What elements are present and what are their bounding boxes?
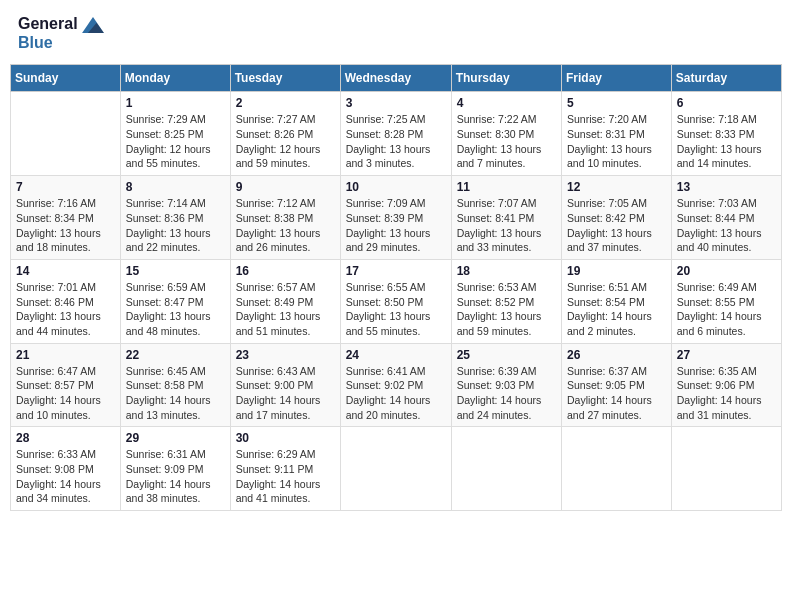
calendar-cell: 22Sunrise: 6:45 AM Sunset: 8:58 PM Dayli… (120, 343, 230, 427)
day-info: Sunrise: 6:57 AM Sunset: 8:49 PM Dayligh… (236, 280, 335, 339)
day-info: Sunrise: 7:07 AM Sunset: 8:41 PM Dayligh… (457, 196, 556, 255)
day-number: 24 (346, 348, 446, 362)
day-info: Sunrise: 7:18 AM Sunset: 8:33 PM Dayligh… (677, 112, 776, 171)
day-info: Sunrise: 7:03 AM Sunset: 8:44 PM Dayligh… (677, 196, 776, 255)
day-number: 1 (126, 96, 225, 110)
day-number: 16 (236, 264, 335, 278)
day-info: Sunrise: 7:20 AM Sunset: 8:31 PM Dayligh… (567, 112, 666, 171)
calendar-table: SundayMondayTuesdayWednesdayThursdayFrid… (10, 64, 782, 511)
day-info: Sunrise: 6:33 AM Sunset: 9:08 PM Dayligh… (16, 447, 115, 506)
calendar-cell (11, 92, 121, 176)
calendar-cell (562, 427, 672, 511)
calendar-cell: 28Sunrise: 6:33 AM Sunset: 9:08 PM Dayli… (11, 427, 121, 511)
day-info: Sunrise: 7:22 AM Sunset: 8:30 PM Dayligh… (457, 112, 556, 171)
calendar-week-row: 21Sunrise: 6:47 AM Sunset: 8:57 PM Dayli… (11, 343, 782, 427)
day-number: 28 (16, 431, 115, 445)
calendar-cell: 8Sunrise: 7:14 AM Sunset: 8:36 PM Daylig… (120, 176, 230, 260)
calendar-cell: 26Sunrise: 6:37 AM Sunset: 9:05 PM Dayli… (562, 343, 672, 427)
day-info: Sunrise: 7:25 AM Sunset: 8:28 PM Dayligh… (346, 112, 446, 171)
day-info: Sunrise: 6:55 AM Sunset: 8:50 PM Dayligh… (346, 280, 446, 339)
day-info: Sunrise: 6:45 AM Sunset: 8:58 PM Dayligh… (126, 364, 225, 423)
calendar-cell: 18Sunrise: 6:53 AM Sunset: 8:52 PM Dayli… (451, 259, 561, 343)
day-number: 22 (126, 348, 225, 362)
day-number: 21 (16, 348, 115, 362)
logo-subtext: Blue (18, 33, 104, 52)
day-number: 8 (126, 180, 225, 194)
day-number: 30 (236, 431, 335, 445)
calendar-cell: 21Sunrise: 6:47 AM Sunset: 8:57 PM Dayli… (11, 343, 121, 427)
weekday-header: Monday (120, 65, 230, 92)
day-number: 23 (236, 348, 335, 362)
day-number: 7 (16, 180, 115, 194)
calendar-cell: 15Sunrise: 6:59 AM Sunset: 8:47 PM Dayli… (120, 259, 230, 343)
calendar-cell: 30Sunrise: 6:29 AM Sunset: 9:11 PM Dayli… (230, 427, 340, 511)
weekday-header: Friday (562, 65, 672, 92)
calendar-cell: 23Sunrise: 6:43 AM Sunset: 9:00 PM Dayli… (230, 343, 340, 427)
day-number: 3 (346, 96, 446, 110)
weekday-header: Thursday (451, 65, 561, 92)
day-number: 17 (346, 264, 446, 278)
calendar-cell: 3Sunrise: 7:25 AM Sunset: 8:28 PM Daylig… (340, 92, 451, 176)
day-number: 5 (567, 96, 666, 110)
day-info: Sunrise: 6:37 AM Sunset: 9:05 PM Dayligh… (567, 364, 666, 423)
weekday-header: Tuesday (230, 65, 340, 92)
day-info: Sunrise: 7:05 AM Sunset: 8:42 PM Dayligh… (567, 196, 666, 255)
calendar-cell: 1Sunrise: 7:29 AM Sunset: 8:25 PM Daylig… (120, 92, 230, 176)
day-info: Sunrise: 6:39 AM Sunset: 9:03 PM Dayligh… (457, 364, 556, 423)
calendar-week-row: 28Sunrise: 6:33 AM Sunset: 9:08 PM Dayli… (11, 427, 782, 511)
day-info: Sunrise: 7:29 AM Sunset: 8:25 PM Dayligh… (126, 112, 225, 171)
calendar-cell: 14Sunrise: 7:01 AM Sunset: 8:46 PM Dayli… (11, 259, 121, 343)
day-number: 26 (567, 348, 666, 362)
day-number: 25 (457, 348, 556, 362)
calendar-cell: 19Sunrise: 6:51 AM Sunset: 8:54 PM Dayli… (562, 259, 672, 343)
calendar-week-row: 1Sunrise: 7:29 AM Sunset: 8:25 PM Daylig… (11, 92, 782, 176)
calendar-week-row: 7Sunrise: 7:16 AM Sunset: 8:34 PM Daylig… (11, 176, 782, 260)
day-number: 9 (236, 180, 335, 194)
day-number: 11 (457, 180, 556, 194)
day-number: 15 (126, 264, 225, 278)
calendar-cell: 6Sunrise: 7:18 AM Sunset: 8:33 PM Daylig… (671, 92, 781, 176)
day-number: 6 (677, 96, 776, 110)
day-info: Sunrise: 6:43 AM Sunset: 9:00 PM Dayligh… (236, 364, 335, 423)
day-number: 13 (677, 180, 776, 194)
calendar-cell: 29Sunrise: 6:31 AM Sunset: 9:09 PM Dayli… (120, 427, 230, 511)
day-number: 19 (567, 264, 666, 278)
calendar-cell: 7Sunrise: 7:16 AM Sunset: 8:34 PM Daylig… (11, 176, 121, 260)
day-info: Sunrise: 6:53 AM Sunset: 8:52 PM Dayligh… (457, 280, 556, 339)
day-number: 20 (677, 264, 776, 278)
calendar-cell (340, 427, 451, 511)
page-header: General Blue (10, 10, 782, 56)
day-info: Sunrise: 6:35 AM Sunset: 9:06 PM Dayligh… (677, 364, 776, 423)
day-info: Sunrise: 7:27 AM Sunset: 8:26 PM Dayligh… (236, 112, 335, 171)
day-number: 29 (126, 431, 225, 445)
day-number: 10 (346, 180, 446, 194)
day-number: 2 (236, 96, 335, 110)
calendar-cell: 4Sunrise: 7:22 AM Sunset: 8:30 PM Daylig… (451, 92, 561, 176)
calendar-cell: 9Sunrise: 7:12 AM Sunset: 8:38 PM Daylig… (230, 176, 340, 260)
calendar-header-row: SundayMondayTuesdayWednesdayThursdayFrid… (11, 65, 782, 92)
day-info: Sunrise: 7:01 AM Sunset: 8:46 PM Dayligh… (16, 280, 115, 339)
day-info: Sunrise: 6:49 AM Sunset: 8:55 PM Dayligh… (677, 280, 776, 339)
calendar-cell: 2Sunrise: 7:27 AM Sunset: 8:26 PM Daylig… (230, 92, 340, 176)
calendar-cell (451, 427, 561, 511)
calendar-cell (671, 427, 781, 511)
day-info: Sunrise: 6:29 AM Sunset: 9:11 PM Dayligh… (236, 447, 335, 506)
day-info: Sunrise: 6:47 AM Sunset: 8:57 PM Dayligh… (16, 364, 115, 423)
day-info: Sunrise: 7:09 AM Sunset: 8:39 PM Dayligh… (346, 196, 446, 255)
logo: General Blue (18, 14, 104, 52)
calendar-week-row: 14Sunrise: 7:01 AM Sunset: 8:46 PM Dayli… (11, 259, 782, 343)
day-number: 12 (567, 180, 666, 194)
calendar-cell: 13Sunrise: 7:03 AM Sunset: 8:44 PM Dayli… (671, 176, 781, 260)
calendar-cell: 17Sunrise: 6:55 AM Sunset: 8:50 PM Dayli… (340, 259, 451, 343)
calendar-cell: 11Sunrise: 7:07 AM Sunset: 8:41 PM Dayli… (451, 176, 561, 260)
day-info: Sunrise: 6:59 AM Sunset: 8:47 PM Dayligh… (126, 280, 225, 339)
day-info: Sunrise: 7:12 AM Sunset: 8:38 PM Dayligh… (236, 196, 335, 255)
logo-text: General (18, 14, 104, 33)
day-number: 14 (16, 264, 115, 278)
calendar-cell: 25Sunrise: 6:39 AM Sunset: 9:03 PM Dayli… (451, 343, 561, 427)
calendar-cell: 10Sunrise: 7:09 AM Sunset: 8:39 PM Dayli… (340, 176, 451, 260)
day-info: Sunrise: 6:51 AM Sunset: 8:54 PM Dayligh… (567, 280, 666, 339)
day-number: 18 (457, 264, 556, 278)
day-info: Sunrise: 7:16 AM Sunset: 8:34 PM Dayligh… (16, 196, 115, 255)
weekday-header: Sunday (11, 65, 121, 92)
